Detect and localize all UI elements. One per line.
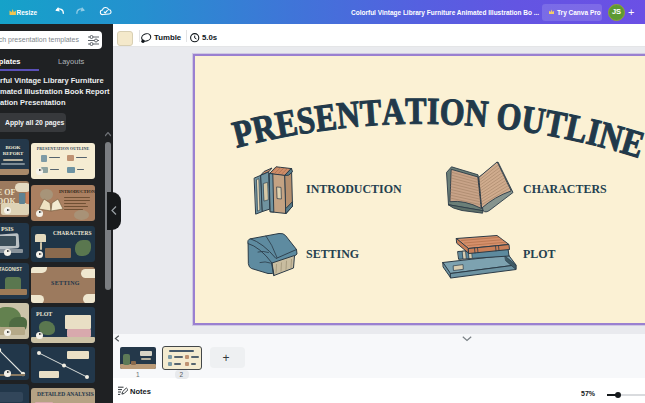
svg-text:T: T — [405, 90, 427, 132]
svg-text:T: T — [359, 91, 383, 135]
svg-text:O: O — [439, 90, 466, 133]
svg-text:N: N — [463, 92, 489, 136]
svg-text:A: A — [381, 90, 406, 133]
svg-text:N: N — [335, 93, 362, 137]
svg-text:I: I — [427, 90, 440, 132]
